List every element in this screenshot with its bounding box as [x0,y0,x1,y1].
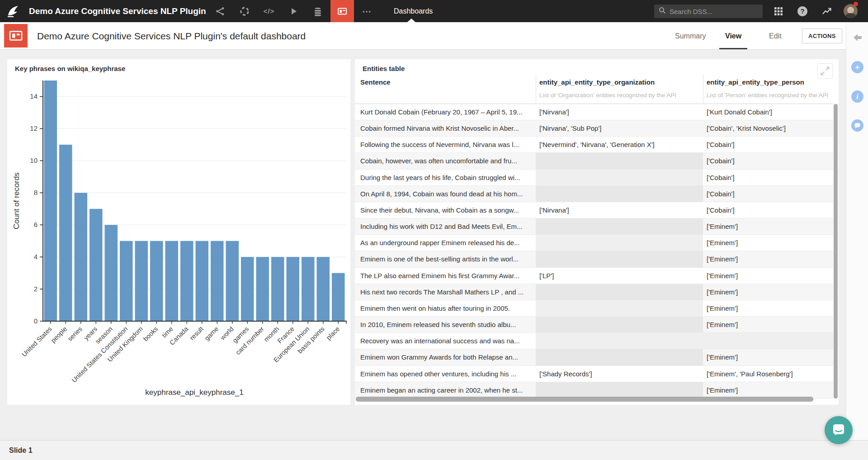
table-row: Recovery was an international success an… [355,333,833,349]
cell-sentence: Eminem has opened other ventures, includ… [355,366,536,382]
table-row: His next two records The Marshall Mather… [355,284,833,300]
cell-person: ['Cobain'] [703,137,833,152]
cell-organization [536,170,703,185]
search-input[interactable] [670,8,751,15]
column-header-sentence[interactable]: Sentence [360,78,391,86]
slides-bar: Slide 1 [0,440,868,460]
cell-person: ['Cobain', 'Krist Novoselic'] [703,120,833,136]
svg-text:12: 12 [30,124,38,132]
cell-person: ['Cobain'] [703,170,833,185]
column-subtitle-person: List of 'Person' entities recognized by … [707,92,828,99]
table-row: Eminem won Grammy Awards for both Relaps… [355,349,833,365]
dashboard-badge-icon [4,24,28,47]
run-jobs-icon[interactable] [284,0,302,22]
svg-text:game: game [203,325,220,342]
svg-text:Count of records: Count of records [12,172,21,229]
vertical-scrollbar[interactable] [834,104,838,398]
svg-text:14: 14 [30,92,38,100]
stack-icon[interactable] [309,0,327,22]
svg-text:8: 8 [34,189,38,196]
active-section-caret [407,19,415,22]
cell-organization [536,186,703,202]
tab-summary[interactable]: Summary [675,22,706,49]
column-header-person[interactable]: entity_api_entity_type_person [707,78,804,86]
apps-grid-icon[interactable] [769,0,788,22]
cell-organization: ['Nirvana'] [536,104,703,120]
cell-sentence: During the last years of his life, Cobai… [355,170,536,185]
cell-sentence: Including his work with D12 and Bad Meet… [355,218,536,234]
top-navbar: Demo Azure Cognitive Services NLP Plugin… [0,0,868,22]
right-rail: + i [846,22,868,440]
cell-person: ['Eminem'] [703,317,833,332]
activity-trend-icon[interactable] [818,0,836,22]
cell-sentence: In 2010, Eminem released his seventh stu… [355,317,536,332]
collapse-panel-arrow-icon[interactable] [852,32,863,45]
cell-sentence: Recovery was an international success an… [355,333,536,349]
search-box[interactable] [654,5,763,18]
cell-organization: ['Nirvana'] [536,202,703,218]
svg-text:series: series [66,325,84,343]
svg-text:place: place [325,325,341,341]
table-row: Eminem is one of the best-selling artist… [355,251,833,267]
flow-icon[interactable] [211,0,229,22]
lab-circle-icon[interactable] [236,0,254,22]
dataiku-logo-icon[interactable] [6,4,20,19]
actions-button[interactable]: ACTIONS [802,28,842,43]
comments-button[interactable] [851,119,863,132]
table-row: The LP also earned Eminem his first Gram… [355,268,833,284]
code-icon[interactable]: </> [260,0,278,22]
table-body: Kurt Donald Cobain (February 20, 1967 – … [355,104,833,398]
table-row: During the last years of his life, Cobai… [355,170,833,186]
cell-organization [536,349,703,365]
slide-tab[interactable]: Slide 1 [9,441,33,460]
cell-person: ['Kurt Donald Cobain'] [703,104,833,120]
cell-person: ['Eminem'] [703,235,833,251]
table-row: Eminem began an acting career in 2002, w… [355,382,833,398]
svg-text:United States: United States [20,325,53,358]
page-title: Demo Azure Cognitive Services NLP Plugin… [37,22,306,50]
cell-person: ['Cobain'] [703,186,833,202]
help-icon[interactable]: ? [793,0,811,22]
svg-text:10: 10 [30,156,38,164]
cell-organization [536,251,703,267]
table-row: Cobain formed Nirvana with Krist Novosel… [355,120,833,137]
cell-organization [536,153,703,169]
table-header: Sentence entity_api_entity_type_organiza… [355,75,833,104]
table-insight-panel: Entities table Sentence entity_api_entit… [355,59,839,405]
add-insight-button[interactable]: + [851,61,863,73]
cell-organization: ['Nevermind', 'Nirvana', 'Generation X'] [536,137,703,152]
cell-organization: ['LP'] [536,268,703,284]
chart-insight-panel: Key phrases on wikiqa_keyphrase 02468101… [7,59,350,405]
cell-person [703,333,833,349]
horizontal-scrollbar[interactable] [356,397,826,402]
cell-sentence: Kurt Donald Cobain (February 20, 1967 – … [355,104,536,120]
more-icon[interactable]: ⋯ [358,0,376,22]
table-row: In 2010, Eminem released his seventh stu… [355,317,833,333]
intercom-chat-button[interactable] [825,416,853,444]
cell-organization [536,218,703,234]
info-button[interactable]: i [851,90,863,103]
cell-organization [536,317,703,332]
tab-edit[interactable]: Edit [769,22,782,49]
svg-text:4: 4 [34,253,38,261]
cell-person: ['Eminem'] [703,268,833,284]
project-title[interactable]: Demo Azure Cognitive Services NLP Plugin [29,0,206,22]
cell-organization [536,284,703,300]
tab-view[interactable]: View [725,22,741,49]
cell-sentence: The LP also earned Eminem his first Gram… [355,268,536,284]
cell-person: ['Eminem'] [703,349,833,365]
cell-organization: ['Nirvana', 'Sub Pop'] [536,120,703,136]
column-header-organization[interactable]: entity_api_entity_type_organization [539,78,655,86]
cell-organization [536,235,703,251]
cell-person: ['Cobain'] [703,153,833,169]
bar-chart[interactable]: 02468101214United Statespeopleseriesyear… [7,59,350,405]
table-title: Entities table [363,65,405,72]
table-row: Since their debut, Nirvana, with Cobain … [355,202,833,218]
scrollbar-thumb[interactable] [356,397,813,402]
table-row: Including his work with D12 and Bad Meet… [355,218,833,235]
dashboards-icon[interactable] [330,0,354,22]
cell-person: ['Eminem'] [703,251,833,267]
cell-person: ['Eminem', 'Paul Rosenberg'] [703,366,833,382]
cell-person: ['Cobain'] [703,202,833,218]
cell-sentence: Eminem is one of the best-selling artist… [355,251,536,267]
